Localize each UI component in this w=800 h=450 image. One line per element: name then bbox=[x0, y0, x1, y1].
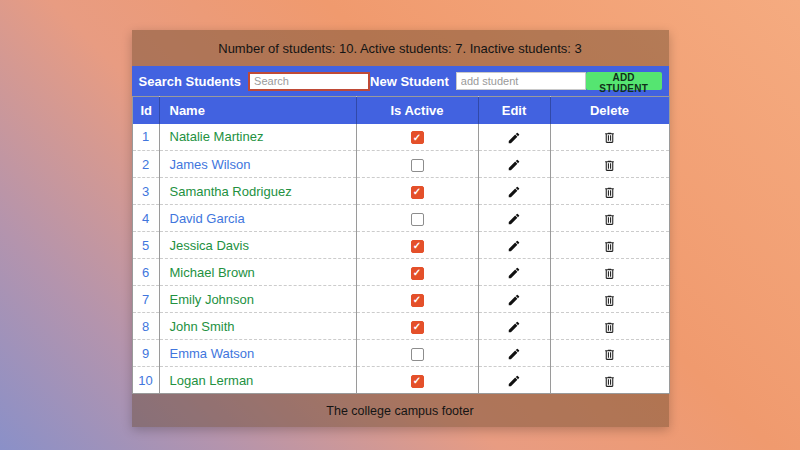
edit-button[interactable] bbox=[507, 374, 521, 388]
student-id: 7 bbox=[132, 286, 159, 313]
edit-cell bbox=[478, 313, 550, 340]
is-active-checkbox[interactable]: ✓ bbox=[411, 375, 424, 388]
student-name: Jessica Davis bbox=[159, 232, 356, 259]
student-id: 9 bbox=[132, 340, 159, 367]
student-name: Natalie Martinez bbox=[159, 124, 356, 151]
stats-text: Number of students: 10. Active students:… bbox=[218, 41, 581, 56]
delete-button[interactable] bbox=[603, 131, 616, 144]
delete-cell bbox=[550, 178, 669, 205]
student-id: 1 bbox=[132, 124, 159, 151]
search-input[interactable] bbox=[248, 72, 370, 91]
footer: The college campus footer bbox=[132, 394, 669, 427]
edit-button[interactable] bbox=[507, 347, 521, 361]
table-row: 2 James Wilson ✓ bbox=[132, 151, 669, 178]
delete-button[interactable] bbox=[603, 159, 616, 172]
column-header-edit: Edit bbox=[478, 97, 550, 124]
student-name: Logan Lerman bbox=[159, 367, 356, 394]
toolbar: Search Students New Student ADD STUDENT bbox=[132, 66, 669, 96]
trash-icon bbox=[603, 213, 616, 226]
student-name: Emily Johnson bbox=[159, 286, 356, 313]
table-header: Id Name Is Active Edit Delete bbox=[132, 97, 669, 124]
student-id: 3 bbox=[132, 178, 159, 205]
checkmark-icon: ✓ bbox=[413, 322, 421, 332]
table-row: 6 Michael Brown ✓ bbox=[132, 259, 669, 286]
student-name: David Garcia bbox=[159, 205, 356, 232]
student-id: 6 bbox=[132, 259, 159, 286]
student-name: Michael Brown bbox=[159, 259, 356, 286]
delete-button[interactable] bbox=[603, 267, 616, 280]
footer-text: The college campus footer bbox=[326, 404, 473, 418]
is-active-checkbox[interactable]: ✓ bbox=[411, 240, 424, 253]
is-active-checkbox[interactable]: ✓ bbox=[411, 267, 424, 280]
checkmark-icon: ✓ bbox=[413, 295, 421, 305]
delete-button[interactable] bbox=[603, 240, 616, 253]
checkmark-icon: ✓ bbox=[413, 241, 421, 251]
delete-cell bbox=[550, 151, 669, 178]
student-id: 10 bbox=[132, 367, 159, 394]
table-row: 9 Emma Watson ✓ bbox=[132, 340, 669, 367]
edit-button[interactable] bbox=[507, 320, 521, 334]
student-id: 4 bbox=[132, 205, 159, 232]
edit-cell bbox=[478, 367, 550, 394]
new-student-group: New Student bbox=[370, 72, 586, 90]
delete-cell bbox=[550, 313, 669, 340]
is-active-checkbox[interactable]: ✓ bbox=[411, 321, 424, 334]
active-cell: ✓ bbox=[356, 151, 478, 178]
column-header-name: Name bbox=[159, 97, 356, 124]
column-header-id: Id bbox=[132, 97, 159, 124]
edit-cell bbox=[478, 286, 550, 313]
delete-button[interactable] bbox=[603, 375, 616, 388]
student-name: John Smith bbox=[159, 313, 356, 340]
delete-cell bbox=[550, 259, 669, 286]
student-name: Samantha Rodriguez bbox=[159, 178, 356, 205]
active-cell: ✓ bbox=[356, 313, 478, 340]
delete-button[interactable] bbox=[603, 213, 616, 226]
active-cell: ✓ bbox=[356, 340, 478, 367]
edit-cell bbox=[478, 178, 550, 205]
add-student-button[interactable]: ADD STUDENT bbox=[586, 72, 662, 90]
delete-button[interactable] bbox=[603, 321, 616, 334]
edit-button[interactable] bbox=[507, 212, 521, 226]
edit-cell bbox=[478, 232, 550, 259]
edit-button[interactable] bbox=[507, 266, 521, 280]
student-id: 2 bbox=[132, 151, 159, 178]
pencil-icon bbox=[507, 212, 521, 226]
pencil-icon bbox=[507, 293, 521, 307]
student-name: James Wilson bbox=[159, 151, 356, 178]
new-student-input[interactable] bbox=[456, 72, 586, 90]
edit-button[interactable] bbox=[507, 239, 521, 253]
pencil-icon bbox=[507, 158, 521, 172]
trash-icon bbox=[603, 348, 616, 361]
student-name: Emma Watson bbox=[159, 340, 356, 367]
delete-cell bbox=[550, 367, 669, 394]
delete-button[interactable] bbox=[603, 294, 616, 307]
checkmark-icon: ✓ bbox=[413, 268, 421, 278]
is-active-checkbox[interactable]: ✓ bbox=[411, 294, 424, 307]
delete-cell bbox=[550, 340, 669, 367]
delete-button[interactable] bbox=[603, 348, 616, 361]
student-app-container: Number of students: 10. Active students:… bbox=[132, 30, 669, 427]
checkmark-icon: ✓ bbox=[413, 133, 421, 143]
edit-button[interactable] bbox=[507, 158, 521, 172]
trash-icon bbox=[603, 186, 616, 199]
stats-header: Number of students: 10. Active students:… bbox=[132, 30, 669, 66]
is-active-checkbox[interactable]: ✓ bbox=[411, 348, 424, 361]
student-id: 8 bbox=[132, 313, 159, 340]
trash-icon bbox=[603, 131, 616, 144]
edit-button[interactable] bbox=[507, 293, 521, 307]
is-active-checkbox[interactable]: ✓ bbox=[411, 131, 424, 144]
pencil-icon bbox=[507, 374, 521, 388]
edit-cell bbox=[478, 205, 550, 232]
active-cell: ✓ bbox=[356, 232, 478, 259]
new-student-label: New Student bbox=[370, 74, 449, 89]
edit-button[interactable] bbox=[507, 185, 521, 199]
table-row: 8 John Smith ✓ bbox=[132, 313, 669, 340]
is-active-checkbox[interactable]: ✓ bbox=[411, 186, 424, 199]
edit-button[interactable] bbox=[507, 131, 521, 145]
is-active-checkbox[interactable]: ✓ bbox=[411, 159, 424, 172]
trash-icon bbox=[603, 267, 616, 280]
is-active-checkbox[interactable]: ✓ bbox=[411, 213, 424, 226]
trash-icon bbox=[603, 321, 616, 334]
delete-button[interactable] bbox=[603, 186, 616, 199]
edit-cell bbox=[478, 259, 550, 286]
